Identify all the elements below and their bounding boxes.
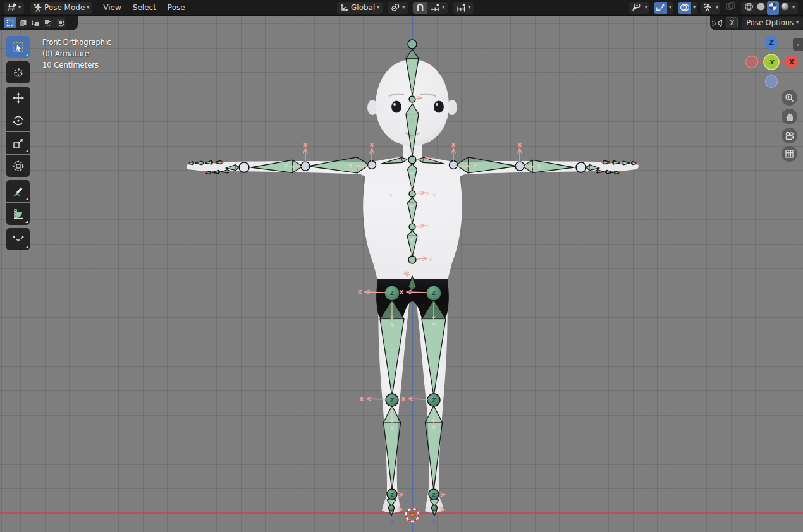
- svg-text:Y: Y: [283, 164, 288, 170]
- chevron-down-icon: ▾: [87, 5, 89, 10]
- transform-orientation-dropdown[interactable]: Global ▾: [337, 2, 383, 14]
- pose-options-dropdown[interactable]: Pose Options ▾: [742, 17, 803, 29]
- active-object-label: (0) Armature: [42, 48, 111, 59]
- svg-text:y: y: [393, 500, 396, 505]
- svg-text:Y: Y: [409, 205, 414, 211]
- select-mode-invert[interactable]: [42, 17, 54, 28]
- svg-text:Z: Z: [432, 519, 436, 526]
- proportional-editing-dropdown[interactable]: ▾: [453, 2, 474, 14]
- select-mode-set[interactable]: [4, 17, 16, 28]
- chevron-down-icon: ▾: [716, 5, 718, 10]
- show-gizmo-toggle[interactable]: [654, 2, 667, 14]
- tool-move[interactable]: [6, 87, 30, 109]
- tool-scale[interactable]: [6, 132, 30, 154]
- tool-select-box[interactable]: [6, 36, 30, 58]
- select-mode-intersect[interactable]: [54, 17, 66, 28]
- svg-text:X: X: [432, 157, 435, 162]
- shading-solid-button[interactable]: [755, 1, 767, 15]
- svg-text:Z: Z: [390, 289, 395, 296]
- menu-select[interactable]: Select: [127, 0, 162, 15]
- sidebar-toggle[interactable]: ‹: [793, 38, 803, 51]
- svg-text:Z: Z: [390, 397, 395, 404]
- svg-text:Z: Z: [432, 397, 436, 404]
- camera-view-button[interactable]: [782, 128, 797, 143]
- svg-text:x: x: [429, 257, 432, 262]
- editor-type-button[interactable]: ▾: [4, 2, 24, 14]
- svg-text:Y: Y: [537, 164, 541, 170]
- pan-hand-button[interactable]: [782, 109, 797, 124]
- shading-rendered-button[interactable]: [779, 1, 791, 15]
- viewport-canvas[interactable]: XXXXXxxxXXXXxYYYYYYYYYYYYYyyZZZZzzZZ: [0, 0, 803, 532]
- select-mode-subtract[interactable]: [29, 17, 41, 28]
- gizmo-neg-x-axis[interactable]: [746, 56, 758, 68]
- gizmo-x-label: X: [789, 58, 794, 66]
- mirror-butterfly-icon[interactable]: [711, 18, 723, 28]
- viewport-info-text: Front Orthographic (0) Armature 10 Centi…: [42, 37, 111, 71]
- chevron-down-icon: ▾: [669, 5, 671, 10]
- tool-settings-right: X Pose Options ▾: [710, 15, 803, 30]
- tool-annotate[interactable]: [6, 180, 30, 202]
- tool-transform[interactable]: [6, 155, 30, 177]
- svg-text:x: x: [404, 269, 407, 275]
- zoom-button[interactable]: [782, 90, 797, 106]
- menu-view[interactable]: View: [97, 0, 126, 15]
- show-overlays-toggle[interactable]: [678, 2, 691, 14]
- svg-text:X: X: [303, 142, 308, 148]
- svg-text:X: X: [451, 142, 456, 148]
- gizmo-z-label: Z: [769, 39, 774, 46]
- chevron-down-icon: ▾: [402, 5, 405, 10]
- armature-display-dropdown[interactable]: ▾: [714, 2, 720, 14]
- armature-man-icon: [703, 3, 712, 12]
- mirror-x-button[interactable]: X: [726, 17, 738, 28]
- snap-target-dropdown[interactable]: ▾: [427, 2, 448, 14]
- menu-pose[interactable]: Pose: [162, 0, 191, 15]
- tool-pose-breakdowner[interactable]: [6, 228, 30, 250]
- svg-text:Y: Y: [409, 238, 414, 244]
- overlays-dropdown[interactable]: ▾: [691, 2, 697, 14]
- svg-text:x: x: [426, 223, 429, 229]
- gizmo-dropdown[interactable]: ▾: [667, 2, 673, 14]
- shading-dropdown[interactable]: ▾: [791, 5, 796, 10]
- svg-text:X: X: [369, 142, 374, 148]
- svg-text:Y: Y: [431, 322, 436, 329]
- magnet-icon: [416, 3, 424, 12]
- svg-text:X: X: [357, 289, 362, 296]
- proportional-edit-icon: [456, 3, 466, 12]
- pivot-point-icon: [391, 3, 400, 12]
- xray-toggle-disabled: [725, 1, 736, 14]
- gizmo-icon: [656, 3, 665, 12]
- snap-toggle-button[interactable]: [413, 2, 427, 14]
- gizmo-neg-z-axis[interactable]: [766, 76, 778, 88]
- ortho-grid-button[interactable]: [782, 146, 797, 162]
- shading-wireframe-button[interactable]: [743, 1, 755, 15]
- wireframe-sphere-icon: [744, 2, 754, 11]
- svg-text:Y: Y: [348, 163, 352, 169]
- material-preview-sphere-icon: [768, 2, 778, 11]
- tool-settings-left: [0, 15, 78, 30]
- svg-text:Y: Y: [389, 425, 394, 432]
- svg-text:X: X: [401, 396, 406, 402]
- mode-dropdown[interactable]: Pose Mode ▾: [30, 2, 92, 14]
- chevron-down-icon: ▾: [796, 20, 799, 25]
- svg-text:z: z: [432, 491, 436, 498]
- chevron-down-icon: ▾: [18, 5, 21, 10]
- orientation-label: Global: [351, 3, 375, 12]
- chevron-down-icon: ▾: [645, 5, 647, 10]
- chevron-down-icon: ▾: [693, 5, 696, 10]
- snap-increment-icon: [431, 3, 440, 12]
- object-visibility-button[interactable]: [629, 2, 643, 14]
- tool-rotate[interactable]: [6, 109, 30, 131]
- armature-display-button[interactable]: [701, 2, 714, 14]
- select-mode-extend[interactable]: [16, 17, 28, 28]
- svg-text:Y: Y: [472, 163, 477, 169]
- tool-measure[interactable]: [6, 203, 30, 225]
- visibility-dropdown[interactable]: ▾: [643, 2, 649, 14]
- svg-text:Y: Y: [409, 172, 414, 178]
- mode-label: Pose Mode: [44, 3, 85, 12]
- grid-scale-label: 10 Centimeters: [42, 59, 111, 71]
- tool-cursor[interactable]: [6, 61, 30, 83]
- gizmo-y-label: -Y: [768, 59, 775, 66]
- pivot-point-dropdown[interactable]: ▾: [388, 2, 408, 14]
- xray-icon: [725, 1, 736, 11]
- shading-material-button[interactable]: [767, 1, 779, 15]
